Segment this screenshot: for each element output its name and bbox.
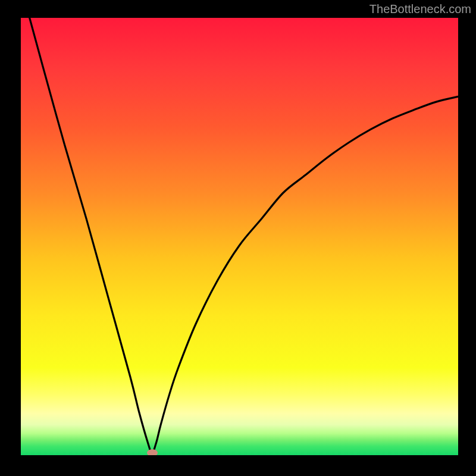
watermark-text: TheBottleneck.com (369, 2, 471, 16)
curve-line (21, 18, 458, 455)
plot-area (21, 18, 458, 455)
optimal-point-marker (147, 449, 158, 455)
chart-container: TheBottleneck.com (0, 0, 476, 476)
